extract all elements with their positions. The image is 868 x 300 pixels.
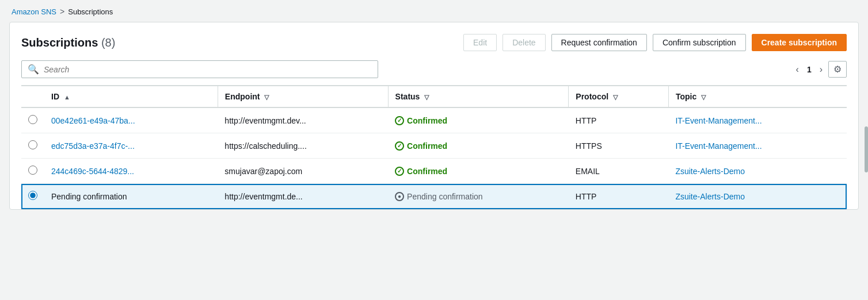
row-endpoint: http://eventmgmt.de... bbox=[218, 184, 388, 209]
breadcrumb-current: Subscriptions bbox=[68, 7, 113, 16]
row-radio[interactable] bbox=[28, 115, 37, 124]
page-number: 1 bbox=[805, 65, 814, 74]
row-id-link[interactable]: edc75d3a-e37a-4f7c-... bbox=[51, 141, 135, 151]
row-radio-cell bbox=[21, 159, 44, 184]
status-confirmed: ✓ Confirmed bbox=[395, 141, 562, 151]
row-protocol: EMAIL bbox=[569, 159, 669, 184]
row-id: edc75d3a-e37a-4f7c-... bbox=[44, 133, 218, 159]
settings-button[interactable]: ⚙ bbox=[828, 61, 847, 78]
table-row: edc75d3a-e37a-4f7c-...https://calschedul… bbox=[21, 133, 847, 159]
row-endpoint: https://calscheduling.... bbox=[218, 133, 388, 159]
confirmed-icon: ✓ bbox=[395, 141, 404, 151]
row-status: ✓ Confirmed bbox=[388, 107, 569, 133]
row-protocol: HTTPS bbox=[569, 133, 669, 159]
col-header-topic: Topic ▽ bbox=[668, 86, 847, 108]
row-topic-link[interactable]: IT-Event-Management... bbox=[675, 141, 762, 151]
search-input[interactable] bbox=[44, 65, 372, 74]
subscriptions-panel: Subscriptions (8) Edit Delete Request co… bbox=[9, 22, 859, 210]
col-header-check bbox=[21, 86, 44, 108]
edit-button[interactable]: Edit bbox=[463, 34, 497, 51]
row-id-link[interactable]: 244c469c-5644-4829... bbox=[51, 167, 134, 176]
row-id: 00e42e61-e49a-47ba... bbox=[44, 107, 218, 133]
row-id-link[interactable]: 00e42e61-e49a-47ba... bbox=[51, 116, 135, 125]
pagination-controls: ‹ 1 › ⚙ bbox=[794, 61, 847, 78]
row-radio-cell bbox=[21, 133, 44, 159]
id-sort-icon[interactable]: ▲ bbox=[64, 94, 70, 101]
table-row: 00e42e61-e49a-47ba...http://eventmgmt.de… bbox=[21, 107, 847, 133]
page-prev-button[interactable]: ‹ bbox=[794, 63, 801, 76]
row-topic-link[interactable]: Zsuite-Alerts-Demo bbox=[675, 192, 745, 201]
row-topic: Zsuite-Alerts-Demo bbox=[668, 159, 847, 184]
row-radio[interactable] bbox=[28, 166, 37, 175]
breadcrumb-parent-link[interactable]: Amazon SNS bbox=[12, 7, 56, 16]
col-header-id: ID ▲ bbox=[44, 86, 218, 108]
row-endpoint: http://eventmgmt.dev... bbox=[218, 107, 388, 133]
row-radio[interactable] bbox=[28, 140, 37, 149]
col-header-status: Status ▽ bbox=[388, 86, 569, 108]
row-protocol: HTTP bbox=[569, 107, 669, 133]
row-topic-link[interactable]: Zsuite-Alerts-Demo bbox=[675, 167, 745, 176]
topic-sort-icon[interactable]: ▽ bbox=[701, 94, 706, 101]
row-id: Pending confirmation bbox=[44, 184, 218, 209]
status-sort-icon[interactable]: ▽ bbox=[424, 94, 429, 101]
row-topic-link[interactable]: IT-Event-Management... bbox=[675, 116, 762, 125]
row-topic: IT-Event-Management... bbox=[668, 133, 847, 159]
row-topic: Zsuite-Alerts-Demo bbox=[668, 184, 847, 209]
row-topic: IT-Event-Management... bbox=[668, 107, 847, 133]
confirm-subscription-button[interactable]: Confirm subscription bbox=[653, 34, 746, 51]
confirmed-icon: ✓ bbox=[395, 116, 404, 125]
protocol-sort-icon[interactable]: ▽ bbox=[613, 94, 618, 101]
breadcrumb: Amazon SNS > Subscriptions bbox=[0, 0, 868, 22]
confirmed-icon: ✓ bbox=[395, 167, 404, 176]
row-protocol: HTTP bbox=[569, 184, 669, 209]
status-pending: ● Pending confirmation bbox=[395, 192, 562, 201]
status-confirmed: ✓ Confirmed bbox=[395, 167, 562, 176]
pending-icon: ● bbox=[395, 192, 404, 201]
endpoint-sort-icon[interactable]: ▽ bbox=[264, 94, 269, 101]
search-icon: 🔍 bbox=[28, 64, 39, 75]
table-row: Pending confirmationhttp://eventmgmt.de.… bbox=[21, 184, 847, 209]
panel-title: Subscriptions (8) bbox=[21, 36, 115, 49]
panel-count: (8) bbox=[101, 36, 115, 49]
row-status: ● Pending confirmation bbox=[388, 184, 569, 209]
delete-button[interactable]: Delete bbox=[502, 34, 545, 51]
table-header-row: ID ▲ Endpoint ▽ Status ▽ Protocol ▽ bbox=[21, 86, 847, 108]
col-header-protocol: Protocol ▽ bbox=[569, 86, 669, 108]
row-status: ✓ Confirmed bbox=[388, 133, 569, 159]
row-radio-cell bbox=[21, 107, 44, 133]
row-status: ✓ Confirmed bbox=[388, 159, 569, 184]
status-confirmed: ✓ Confirmed bbox=[395, 116, 562, 125]
table-row: 244c469c-5644-4829...smujavar@zapoj.com … bbox=[21, 159, 847, 184]
row-id: 244c469c-5644-4829... bbox=[44, 159, 218, 184]
scrollbar[interactable] bbox=[865, 126, 868, 172]
create-subscription-button[interactable]: Create subscription bbox=[752, 34, 847, 51]
request-confirmation-button[interactable]: Request confirmation bbox=[551, 34, 647, 51]
page-next-button[interactable]: › bbox=[817, 63, 825, 76]
col-header-endpoint: Endpoint ▽ bbox=[218, 86, 388, 108]
subscriptions-table: ID ▲ Endpoint ▽ Status ▽ Protocol ▽ bbox=[21, 86, 847, 209]
row-radio[interactable] bbox=[28, 191, 37, 200]
search-box: 🔍 bbox=[21, 60, 378, 78]
row-radio-cell bbox=[21, 184, 44, 209]
row-endpoint: smujavar@zapoj.com bbox=[218, 159, 388, 184]
panel-header: Subscriptions (8) Edit Delete Request co… bbox=[21, 34, 847, 51]
breadcrumb-separator: > bbox=[60, 7, 64, 16]
search-row: 🔍 ‹ 1 › ⚙ bbox=[21, 60, 847, 86]
